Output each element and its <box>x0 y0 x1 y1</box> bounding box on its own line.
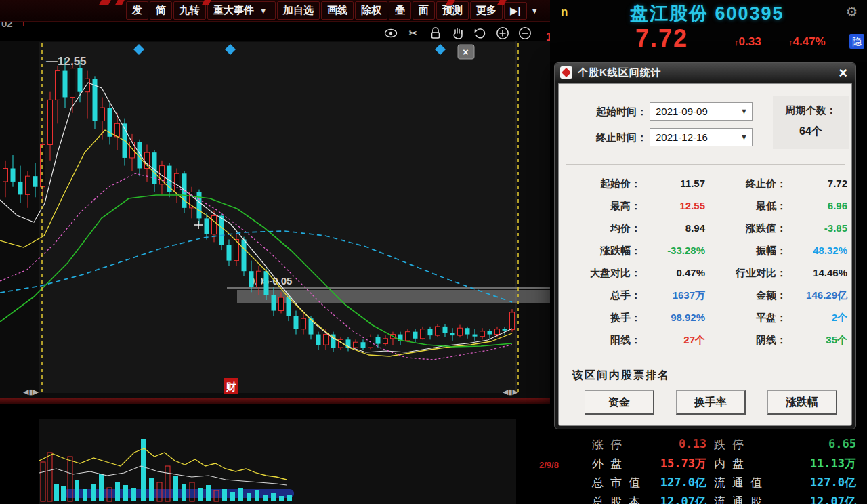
dialog-body: 起始时间： 2021-09-09 ▼ 终止时间： 2021-12-16 ▼ 周期… <box>558 83 852 426</box>
quote-value: 12.07亿 <box>629 494 706 504</box>
period-count-value: 64个 <box>773 125 849 139</box>
stat-label: 阳线： <box>559 334 641 347</box>
chart-divider <box>0 398 550 404</box>
volume-chart[interactable] <box>39 419 516 504</box>
zoom-out-icon[interactable] <box>517 26 532 41</box>
stats-row: 涨跌幅：-33.28%振幅：48.32% <box>559 245 851 261</box>
stat-value: -3.85 <box>783 222 847 234</box>
kline-chart[interactable]: 0.05-0.05—12.55×◀▮▶◀▮▶财 <box>0 41 550 398</box>
svg-text:◀▮▶: ◀▮▶ <box>23 387 39 396</box>
stat-label: 金额： <box>705 289 786 302</box>
quote-label: 跌停 <box>714 437 750 453</box>
stat-value: 98.92% <box>641 312 705 323</box>
stat-value: -33.28% <box>641 245 705 256</box>
stat-label: 最高： <box>559 200 641 213</box>
end-date-select[interactable]: 2021-12-16 ▼ <box>650 128 753 146</box>
stat-label: 行业对比： <box>705 267 786 280</box>
stat-label: 均价： <box>559 222 641 235</box>
price-change-pct-value: 4.47% <box>793 35 826 48</box>
toolbar-item-jiuzhuan[interactable]: 九转 <box>173 1 206 20</box>
rank-by-funds-button[interactable]: 资金 <box>585 390 654 415</box>
end-date-value: 2021-12-16 <box>656 131 708 143</box>
rank-by-change-button[interactable]: 涨跌幅 <box>767 390 837 415</box>
stats-row: 换手：98.92%平盘：2个 <box>559 312 851 328</box>
stat-label: 涨跌值： <box>705 222 786 235</box>
zoom-in-icon[interactable] <box>495 26 510 41</box>
stat-label: 大盘对比： <box>559 267 641 280</box>
stats-row: 大盘对比：0.47%行业对比：14.46% <box>559 267 851 283</box>
chevron-down-icon[interactable]: ▼ <box>740 133 748 141</box>
quote-value: 0.13 <box>629 437 706 450</box>
stat-value: 2个 <box>783 312 847 324</box>
eye-icon[interactable] <box>383 26 398 41</box>
quote-row: 总股本12.07亿流通股12.07亿 <box>554 494 859 504</box>
stat-label: 总手： <box>559 289 641 302</box>
svg-text:财: 财 <box>226 381 236 392</box>
start-date-value: 2021-09-09 <box>656 106 708 117</box>
blue-badge[interactable]: 隐 <box>849 34 864 49</box>
chevron-down-icon[interactable]: ▼ <box>528 7 541 15</box>
stat-value: 14.46% <box>783 267 847 278</box>
quote-row: 涨停0.13跌停6.65 <box>554 437 859 455</box>
start-date-select[interactable]: 2021-09-09 ▼ <box>650 102 753 121</box>
quote-label: 涨停 <box>592 437 629 453</box>
period-count-label: 周期个数： <box>773 104 849 117</box>
n-badge: n <box>561 5 568 19</box>
close-icon[interactable]: × <box>839 64 847 82</box>
stats-row: 起始价：11.57终止价：7.72 <box>559 177 851 194</box>
start-date-label: 起始时间： <box>559 106 647 119</box>
stock-title[interactable]: 盘江股份 600395 <box>630 1 784 26</box>
chart-tools: ✂ <box>383 24 532 42</box>
chevron-down-icon[interactable]: ▼ <box>740 107 748 115</box>
toolbar-item-draw-line[interactable]: 画线 <box>321 1 354 20</box>
dialog-titlebar[interactable]: 个股K线区间统计 × <box>555 63 855 83</box>
stat-label: 终止价： <box>705 177 786 190</box>
toolbar-item-label: 重大事件 <box>213 4 254 16</box>
scissors-icon[interactable]: ✂ <box>406 26 421 41</box>
stats-row: 均价：8.94涨跌值：-3.85 <box>559 222 851 238</box>
quote-value: 127.0亿 <box>778 475 856 490</box>
quote-value: 127.0亿 <box>629 475 706 490</box>
stock-header: n 盘江股份 600395 ⚙ 7.72 ↑0.33 ↑4.47% 隐 <box>550 0 867 62</box>
quote-value: 11.13万 <box>778 456 856 471</box>
chevron-down-icon[interactable]: ▼ <box>257 7 270 15</box>
toolbar-item-overlay[interactable]: 叠 <box>389 1 411 20</box>
toolbar-item-fa[interactable]: 发 <box>126 1 148 20</box>
stats-row: 阳线：27个阴线：35个 <box>559 334 851 350</box>
toolbar-item-add-watchlist[interactable]: 加自选 <box>277 1 320 20</box>
jump-end-icon[interactable]: ▶| <box>504 2 527 20</box>
stat-value: 48.32% <box>783 245 847 256</box>
last-price: 7.72 <box>635 24 688 53</box>
toolbar-item-jian[interactable]: 简 <box>150 1 172 20</box>
stat-value: 8.94 <box>641 222 705 234</box>
quote-row: 外盘15.73万内盘11.13万 <box>554 456 859 474</box>
stat-value: 146.29亿 <box>783 289 847 302</box>
stat-label: 换手： <box>559 312 641 324</box>
stat-value: 11.57 <box>641 177 705 189</box>
gear-icon[interactable]: ⚙ <box>846 4 858 20</box>
price-change: ↑0.33 <box>734 35 761 49</box>
app-window: 发 简 九转 重大事件 ▼ 加自选 画线 除权 叠 面 预测 更多 ▶| ▼ ✂… <box>0 0 867 504</box>
dialog-icon <box>560 66 572 79</box>
quote-label: 流通值 <box>714 475 769 490</box>
toolbar-item-mian[interactable]: 面 <box>413 1 435 20</box>
end-date-label: 终止时间： <box>559 131 647 144</box>
svg-text:×: × <box>463 46 469 58</box>
toolbar-item-major-events[interactable]: 重大事件 ▼ <box>207 1 276 20</box>
rank-by-turnover-button[interactable]: 换手率 <box>676 390 746 415</box>
stat-value: 35个 <box>783 334 847 347</box>
quote-value: 12.07亿 <box>778 494 856 504</box>
lock-icon[interactable] <box>428 26 443 41</box>
svg-text:◀▮▶: ◀▮▶ <box>503 387 519 396</box>
hand-icon[interactable] <box>450 26 465 41</box>
stat-label: 平盘： <box>705 312 786 324</box>
toolbar-item-exright[interactable]: 除权 <box>355 1 387 20</box>
stat-label: 起始价： <box>559 177 641 190</box>
stats-row: 最高：12.55最低：6.96 <box>559 200 851 216</box>
stat-label: 最低： <box>705 200 786 213</box>
divider <box>566 164 845 165</box>
stats-row: 总手：1637万金额：146.29亿 <box>559 289 851 306</box>
undo-icon[interactable] <box>473 26 488 41</box>
dialog-title: 个股K线区间统计 <box>578 66 662 79</box>
top-toolbar: 发 简 九转 重大事件 ▼ 加自选 画线 除权 叠 面 预测 更多 ▶| ▼ <box>0 0 550 22</box>
